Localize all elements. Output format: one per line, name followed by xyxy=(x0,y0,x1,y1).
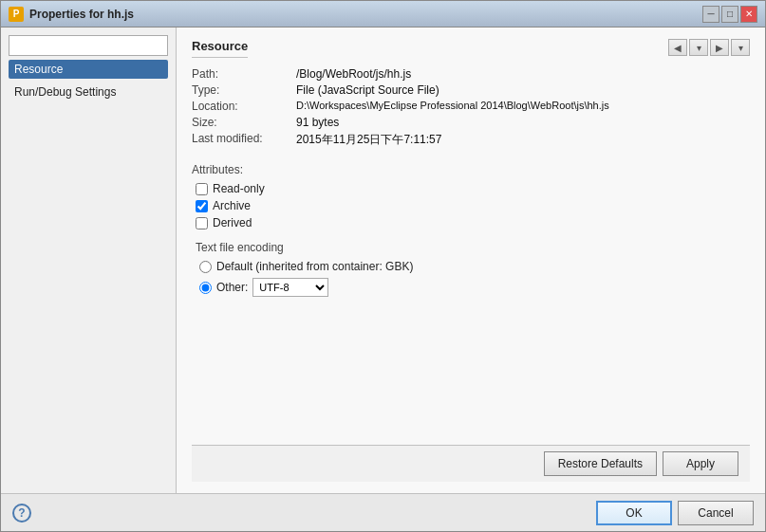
attributes-title: Attributes: xyxy=(192,163,750,176)
forward-button[interactable]: ▶ xyxy=(710,39,729,56)
readonly-checkbox[interactable] xyxy=(196,183,208,195)
default-encoding-label: Default (inherited from container: GBK) xyxy=(216,260,413,273)
help-button[interactable]: ? xyxy=(12,504,31,523)
nav-item-resource[interactable]: Resource xyxy=(9,60,168,79)
back-button[interactable]: ◀ xyxy=(668,39,687,56)
ok-button[interactable]: OK xyxy=(596,501,672,525)
modified-label: Last modified: xyxy=(192,132,296,148)
location-value: D:\Workspaces\MyEclipse Professional 201… xyxy=(296,100,750,113)
title-bar: P Properties for hh.js ─ □ ✕ xyxy=(1,1,765,28)
nav-dot-button[interactable]: ▾ xyxy=(689,39,708,56)
left-panel: Resource Run/Debug Settings xyxy=(1,28,177,493)
content-area: Resource Run/Debug Settings Resource ◀ ▾… xyxy=(1,28,765,493)
size-value: 91 bytes xyxy=(296,116,750,129)
footer-buttons: OK Cancel xyxy=(596,501,754,525)
encoding-select[interactable]: UTF-8 UTF-16 ISO-8859-1 GBK xyxy=(252,278,328,297)
encoding-title: Text file encoding xyxy=(196,241,750,254)
path-value: /Blog/WebRoot/js/hh.js xyxy=(296,67,750,81)
search-input[interactable] xyxy=(9,35,168,56)
dialog-icon: P xyxy=(9,7,24,22)
location-label: Location: xyxy=(192,100,296,113)
minimize-button[interactable]: ─ xyxy=(702,6,719,23)
restore-defaults-button[interactable]: Restore Defaults xyxy=(544,451,657,476)
derived-checkbox[interactable] xyxy=(196,217,208,229)
size-label: Size: xyxy=(192,116,296,129)
type-label: Type: xyxy=(192,83,296,97)
close-button[interactable]: ✕ xyxy=(740,6,757,23)
dialog-title: Properties for hh.js xyxy=(29,8,134,21)
default-encoding-row: Default (inherited from container: GBK) xyxy=(196,260,750,273)
nav-arrows: ◀ ▾ ▶ ▾ xyxy=(668,39,750,56)
readonly-label: Read-only xyxy=(213,182,265,195)
section-title: Resource xyxy=(192,39,248,58)
title-bar-left: P Properties for hh.js xyxy=(9,7,134,22)
derived-label: Derived xyxy=(213,216,252,229)
modified-value: 2015年11月25日下午7:11:57 xyxy=(296,132,750,148)
title-controls: ─ □ ✕ xyxy=(702,6,757,23)
other-encoding-label: Other: xyxy=(216,281,248,294)
type-value: File (JavaScript Source File) xyxy=(296,83,750,97)
archive-row: Archive xyxy=(192,199,750,212)
path-label: Path: xyxy=(192,67,296,81)
footer-bar: ? OK Cancel xyxy=(1,493,765,531)
derived-row: Derived xyxy=(192,216,750,229)
encoding-section: Text file encoding Default (inherited fr… xyxy=(192,241,750,297)
right-panel: Resource ◀ ▾ ▶ ▾ Path: /Blog/WebRoot/js/… xyxy=(177,28,765,493)
bottom-buttons: Restore Defaults Apply xyxy=(192,445,750,482)
cancel-button[interactable]: Cancel xyxy=(678,501,754,525)
archive-label: Archive xyxy=(213,199,251,212)
default-encoding-radio[interactable] xyxy=(199,261,212,273)
maximize-button[interactable]: □ xyxy=(721,6,738,23)
archive-checkbox[interactable] xyxy=(196,200,208,212)
attributes-section: Attributes: Read-only Archive Derived xyxy=(192,163,750,233)
nav-item-run-debug[interactable]: Run/Debug Settings xyxy=(9,83,168,101)
apply-button[interactable]: Apply xyxy=(663,451,738,476)
readonly-row: Read-only xyxy=(192,182,750,195)
other-encoding-row: Other: UTF-8 UTF-16 ISO-8859-1 GBK xyxy=(196,278,750,297)
info-table: Path: /Blog/WebRoot/js/hh.js Type: File … xyxy=(192,67,750,148)
other-encoding-radio[interactable] xyxy=(199,282,212,294)
dialog: P Properties for hh.js ─ □ ✕ Resource Ru… xyxy=(0,0,766,532)
nav-menu-button[interactable]: ▾ xyxy=(731,39,750,56)
footer-left: ? xyxy=(12,504,31,523)
